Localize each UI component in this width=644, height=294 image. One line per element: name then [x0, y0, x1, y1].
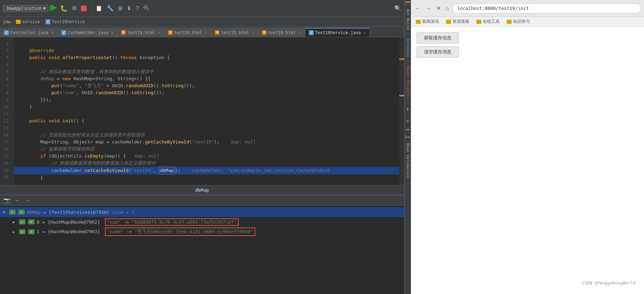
- browser-content: 获取缓存信息 清空缓存消息 CSDN @fengyehongWorld: [411, 27, 644, 294]
- tab-test16[interactable]: H test16.html ✕: [164, 28, 211, 37]
- tab-close5[interactable]: ✕: [252, 30, 254, 35]
- debug-back-btn[interactable]: ←: [14, 197, 21, 204]
- csdn-footer: CSDN @fengyehongWorld: [417, 278, 638, 288]
- side-tool-bean[interactable]: Bean Validation: [405, 140, 411, 181]
- code-line: public void afterPropertiesSet () throws…: [14, 54, 399, 61]
- project-selector[interactable]: JmwApplication ▼: [3, 5, 49, 12]
- breadcrumb-folder[interactable]: service: [16, 19, 40, 24]
- tab-java-icon: C: [4, 30, 9, 35]
- bookmark-learn-label: 知识学习: [513, 19, 530, 25]
- bookmark-resource-label: 资源搜索: [452, 19, 469, 25]
- debug-value-box1: "name" -> "贾飞天b06ce305-35e6-4181-b689-ec…: [105, 228, 255, 236]
- tab-close2[interactable]: ✕: [111, 30, 114, 35]
- settings-button[interactable]: 🔧: [105, 4, 115, 12]
- url-text: localhost:8080/test19/init: [457, 6, 529, 11]
- clear-cache-btn[interactable]: 清空缓存消息: [417, 46, 459, 58]
- side-divider4: [405, 115, 410, 116]
- arrow-tool[interactable]: ↔: [406, 126, 409, 133]
- breadcrumb-sep1: ›: [12, 19, 14, 24]
- class-token: Exception {: [139, 54, 170, 61]
- tab-test18[interactable]: H test18.html ✕: [258, 28, 305, 37]
- get-cache-btn[interactable]: 获取缓存信息: [417, 32, 459, 44]
- var-icon: ≡: [9, 210, 15, 215]
- tab-close4[interactable]: ✕: [205, 30, 207, 35]
- tab-controller[interactable]: C Controller.java ✕: [0, 28, 57, 37]
- side-divider3: [405, 103, 410, 103]
- tab-test19service[interactable]: C Test19Service.java ✕: [305, 28, 370, 37]
- tab-test19[interactable]: H test19.html ✕: [117, 28, 164, 37]
- breadcrumb: jmw › service › C Test19Service: [0, 17, 404, 27]
- breadcrumb-root[interactable]: jmw: [3, 19, 11, 24]
- stop-button[interactable]: [80, 5, 88, 12]
- tab-close7[interactable]: ✕: [364, 31, 366, 35]
- var-icon3: ≡: [19, 219, 25, 224]
- code-line: if (ObjectUtils. isEmpty (map)) { map: n…: [14, 153, 399, 160]
- ide-toolbar: JmwApplication ▼ 🐛 ⚙ 📋 🔧 ⊞ ⬇ ? 🔌 🔍: [0, 0, 404, 17]
- debug-forward-btn[interactable]: →: [24, 197, 31, 204]
- debug-child-0[interactable]: ▶ ≡ ≡ 0 = {HashMap$Node@7962} "num" -> "…: [0, 217, 404, 227]
- tab-close6[interactable]: ✕: [299, 30, 301, 35]
- browser-close-btn[interactable]: ✕: [435, 4, 442, 13]
- debug-camera-btn[interactable]: 📷: [3, 196, 11, 204]
- browser-toolbar: ← → ✕ ⌂ localhost:8080/test19/init: [411, 0, 644, 17]
- var-icon4: ≡: [28, 219, 35, 224]
- browser-back-btn[interactable]: ←: [414, 4, 422, 13]
- build-button[interactable]: ⚙: [70, 4, 78, 12]
- bookmark-news[interactable]: 新闻资讯: [414, 18, 441, 25]
- download-button[interactable]: ⬇: [125, 4, 133, 12]
- java-file-icon: C: [45, 19, 50, 24]
- code-line: // 将模拟数据库查询到的数据放入自定义缓存类中: [14, 160, 399, 167]
- side-tools-panel: Ant Build Database Maven Projects ⬇ ✏ ↔ …: [405, 0, 411, 294]
- tab-test15[interactable]: H test15.html ✕: [211, 28, 258, 37]
- bookmark-tools[interactable]: 在线工具: [474, 18, 502, 25]
- bookmark-resource[interactable]: 资源搜索: [444, 18, 471, 25]
- bookmark-news-label: 新闻资讯: [422, 19, 439, 25]
- breadcrumb-root-label: jmw: [3, 19, 11, 24]
- code-line-highlighted: cacheHolder. setCacheByViewId ( "test19"…: [14, 167, 399, 174]
- code-line: [14, 110, 399, 117]
- debug-button[interactable]: 🐛: [58, 4, 69, 13]
- bookmark-learn[interactable]: 知识学习: [505, 18, 532, 25]
- var-icon6: ≡: [28, 229, 35, 234]
- run-button[interactable]: [50, 4, 57, 12]
- bookmarks-bar: 新闻资讯 资源搜索 在线工具 知识学习: [411, 17, 644, 27]
- tooltip-label: dbMap: [195, 187, 209, 193]
- tab-close3[interactable]: ✕: [158, 30, 161, 35]
- side-tool-db[interactable]: Database: [405, 36, 411, 60]
- var-token: dbMap: [18, 75, 57, 82]
- side-tool-ant[interactable]: Ant Build: [405, 6, 411, 33]
- expand-arrow: ▼: [3, 210, 7, 214]
- help-button[interactable]: ?: [134, 5, 140, 12]
- tab-cacheholder[interactable]: C CacheHolder.java ✕: [57, 28, 117, 37]
- paren-token: (): [112, 54, 120, 61]
- browser-forward-btn[interactable]: →: [424, 4, 433, 13]
- code-editor[interactable]: 1 2 3 4 5 6 7 8 9 10 11 12 13 14 15 16 1…: [0, 37, 404, 185]
- code-line: put ( "name" , "贾飞天" + UUID. randomUUID …: [14, 82, 399, 89]
- browser-home-btn[interactable]: ⌂: [444, 4, 451, 13]
- build2-button[interactable]: 📋: [94, 4, 104, 12]
- expand-arrow2: ▶: [13, 220, 17, 224]
- layout-button[interactable]: ⊞: [117, 4, 124, 12]
- line-numbers: 1 2 3 4 5 6 7 8 9 10 11 12 13 14 15 16 1…: [0, 37, 14, 185]
- annotation-token: @Override: [18, 47, 54, 54]
- project-name: JmwApplication: [6, 6, 42, 11]
- side-divider1: [405, 34, 410, 34]
- debug-child0-label: 0 = {HashMap$Node@7962} "num" -> "bb9880…: [37, 218, 239, 226]
- tab-close[interactable]: ✕: [51, 30, 54, 35]
- breadcrumb-file[interactable]: C Test19Service: [45, 19, 85, 24]
- edit-tool[interactable]: ✏: [406, 117, 409, 124]
- code-line: [14, 61, 399, 68]
- side-tool-maven[interactable]: Maven Projects: [405, 63, 411, 102]
- download-tool[interactable]: ⬇: [406, 106, 409, 113]
- more-tool[interactable]: >>: [405, 135, 410, 140]
- search-button[interactable]: 🔍: [394, 5, 401, 12]
- tab-html-icon3: H: [215, 30, 219, 35]
- tab-html-icon1: H: [121, 30, 126, 35]
- debug-root-row[interactable]: ▼ ≡ ≡ dbMap = {Test19Service$1@7930} siz…: [0, 207, 404, 217]
- tab-label4: test16.html: [174, 30, 202, 35]
- plugin-button[interactable]: 🔌: [142, 4, 151, 12]
- browser-url-bar[interactable]: localhost:8080/test19/init: [452, 4, 641, 13]
- debug-child-1[interactable]: ▶ ≡ ≡ 1 = {HashMap$Node@7963} "name" -> …: [0, 227, 404, 237]
- breadcrumb-sep2: ›: [42, 19, 44, 24]
- highlighted-var: dbMap: [159, 167, 175, 174]
